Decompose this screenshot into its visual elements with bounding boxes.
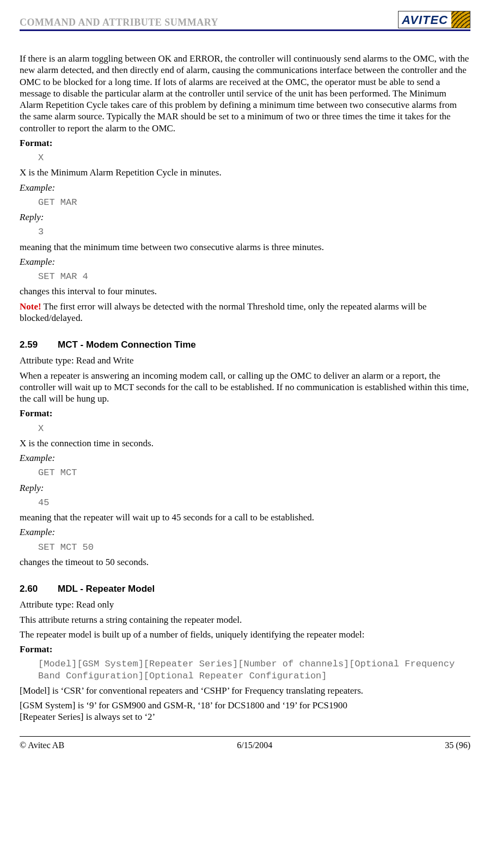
section-title: MCT - Modem Connection Time [58, 339, 196, 350]
format-value: [Model][GSM System][Repeater Series][Num… [38, 658, 470, 682]
reply-label: Reply: [20, 211, 470, 223]
format-label: Format: [20, 408, 470, 419]
note-label: Note! [20, 301, 41, 312]
brand-logo: AVITEC [398, 11, 470, 28]
example-explanation: changes this interval to four minutes. [20, 286, 470, 297]
series-field-explanation: [Repeater Series] is always set to ‘2’ [20, 711, 470, 723]
note-text: The first error will always be detected … [20, 301, 427, 323]
note-paragraph: Note! The first error will always be det… [20, 301, 470, 324]
footer-date: 6/15/2004 [237, 740, 272, 751]
model-field-explanation: [Model] is ‘CSR’ for conventional repeat… [20, 685, 470, 696]
section-description: When a repeater is answering an incoming… [20, 370, 470, 405]
attribute-type: Attribute type: Read and Write [20, 355, 470, 366]
example-command: SET MAR 4 [38, 271, 470, 282]
page-header-title: COMMAND AND ATTRIBUTE SUMMARY [20, 16, 218, 29]
footer-page-number: 35 (96) [445, 740, 470, 751]
example-label: Example: [20, 182, 470, 193]
format-label: Format: [20, 644, 470, 655]
example-label: Example: [20, 526, 470, 538]
reply-value: 45 [38, 497, 470, 508]
header-divider [20, 29, 470, 31]
brand-logo-icon [451, 11, 470, 28]
example-command: GET MAR [38, 197, 470, 208]
footer-copyright: © Avitec AB [20, 740, 64, 751]
section-heading-mct: 2.59MCT - Modem Connection Time [20, 339, 470, 350]
section-heading-mdl: 2.60MDL - Repeater Model [20, 583, 470, 594]
section-number: 2.59 [20, 339, 58, 350]
format-label: Format: [20, 137, 470, 149]
footer-divider [20, 736, 470, 737]
format-explanation: X is the Minimum Alarm Repetition Cycle … [20, 167, 470, 178]
example-command: GET MCT [38, 467, 470, 478]
brand-logo-text: AVITEC [399, 11, 451, 28]
format-explanation: X is the connection time in seconds. [20, 438, 470, 449]
intro-paragraph: If there is an alarm toggling between OK… [20, 53, 470, 134]
reply-explanation: meaning that the minimum time between tw… [20, 241, 470, 253]
example-label: Example: [20, 452, 470, 464]
example-command: SET MCT 50 [38, 542, 470, 553]
format-value: X [38, 423, 470, 434]
section-description: The repeater model is built up of a numb… [20, 629, 470, 640]
format-value: X [38, 152, 470, 163]
attribute-type: Attribute type: Read only [20, 599, 470, 610]
example-label: Example: [20, 256, 470, 268]
reply-value: 3 [38, 226, 470, 238]
reply-label: Reply: [20, 482, 470, 494]
section-number: 2.60 [20, 583, 58, 594]
section-description: This attribute returns a string containi… [20, 614, 470, 626]
gsm-field-explanation: [GSM System] is ‘9’ for GSM900 and GSM-R… [20, 700, 470, 711]
reply-explanation: meaning that the repeater will wait up t… [20, 512, 470, 523]
example-explanation: changes the timeout to 50 seconds. [20, 556, 470, 568]
section-title: MDL - Repeater Model [58, 584, 155, 594]
